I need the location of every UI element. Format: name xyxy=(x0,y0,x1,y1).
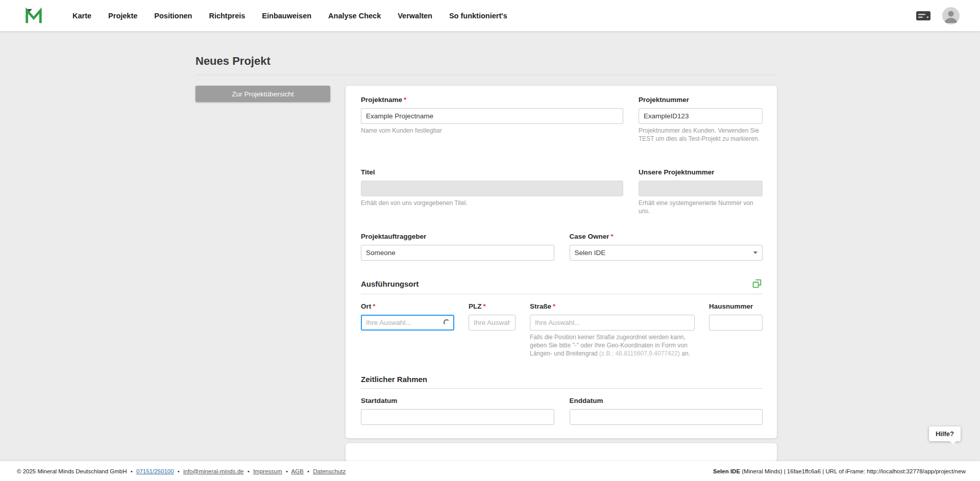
titel-input xyxy=(361,181,623,196)
projektnummer-label: Projektnummer xyxy=(639,96,763,104)
chevron-down-icon xyxy=(753,251,757,254)
strasse-field: Straße* Falls die Position keiner Straße… xyxy=(530,302,695,358)
hausnummer-label: Hausnummer xyxy=(709,302,763,310)
projektauftraggeber-label: Projektauftraggeber xyxy=(361,233,554,240)
left-column: Zur Projektübersicht xyxy=(195,86,346,102)
ort-input[interactable] xyxy=(361,315,454,331)
footer-agb-link[interactable]: AGB xyxy=(291,468,304,474)
footer-separator: • xyxy=(131,468,133,474)
help-button[interactable]: Hilfe? xyxy=(929,426,961,441)
projektauftraggeber-field: Projektauftraggeber xyxy=(361,233,554,261)
footer-separator: • xyxy=(178,468,180,474)
footer-session-details: (Mineral Minds) | 16fae1ffc6a6 | URL of … xyxy=(740,468,966,474)
case-owner-label: Case Owner* xyxy=(570,233,763,240)
projektauftraggeber-input[interactable] xyxy=(361,245,554,261)
projektnummer-helper: Projektnummer des Kunden. Verwenden Sie … xyxy=(639,127,763,143)
case-owner-select[interactable]: Selen IDE xyxy=(570,245,763,261)
server-icon[interactable] xyxy=(916,10,931,21)
case-owner-field: Case Owner* Selen IDE xyxy=(570,233,763,261)
nav-item-so-funktionierts[interactable]: So funktioniert's xyxy=(449,12,507,20)
required-asterisk: * xyxy=(611,233,614,240)
section-zeitlicher-rahmen-title: Zeitlicher Rahmen xyxy=(361,375,427,384)
ort-label: Ort* xyxy=(361,302,454,310)
person-icon xyxy=(942,7,960,24)
footer-separator: • xyxy=(286,468,288,474)
projektnummer-input[interactable] xyxy=(639,108,763,124)
footer-email-link[interactable]: info@mineral-minds.de xyxy=(183,468,243,474)
nav-item-verwalten[interactable]: Verwalten xyxy=(398,12,432,20)
startdatum-input[interactable] xyxy=(361,409,554,425)
main-content: Neues Projekt Zur Projektübersicht Proje… xyxy=(195,31,777,462)
ort-field: Ort* xyxy=(361,302,454,358)
nav-item-analyse-check[interactable]: Analyse Check xyxy=(328,12,381,20)
next-card-partial xyxy=(346,443,777,462)
required-asterisk: * xyxy=(404,96,406,104)
new-project-form-card: Projektname* Name vom Kunden festlegbar … xyxy=(346,86,777,438)
enddatum-label: Enddatum xyxy=(570,397,763,404)
required-asterisk: * xyxy=(483,302,486,310)
user-avatar[interactable] xyxy=(942,7,960,24)
nav-item-richtpreis[interactable]: Richtpreis xyxy=(209,12,245,20)
copyright-text: © 2025 Mineral Minds Deutschland GmbH xyxy=(17,468,127,474)
footer-phone-link[interactable]: 07151/250100 xyxy=(136,468,174,474)
titel-helper: Erhält den von uns vorgegebenen Titel. xyxy=(361,199,623,208)
unsere-projektnummer-helper: Erhält eine systemgenerierte Nummer von … xyxy=(639,199,763,215)
strasse-helper: Falls die Position keiner Straße zugeord… xyxy=(530,334,695,358)
brand-logo[interactable] xyxy=(24,6,44,26)
footer: © 2025 Mineral Minds Deutschland GmbH • … xyxy=(0,461,980,481)
unsere-projektnummer-input xyxy=(639,181,763,196)
plz-field: PLZ* xyxy=(469,302,516,358)
loading-spinner-icon xyxy=(444,319,450,325)
section-divider xyxy=(361,388,763,389)
startdatum-field: Startdatum xyxy=(361,397,554,425)
footer-separator: • xyxy=(307,468,309,474)
hausnummer-input[interactable] xyxy=(709,315,763,331)
titel-label: Titel xyxy=(361,168,623,176)
footer-left: © 2025 Mineral Minds Deutschland GmbH • … xyxy=(17,468,346,474)
footer-datenschutz-link[interactable]: Datenschutz xyxy=(313,468,346,474)
nav-item-positionen[interactable]: Positionen xyxy=(154,12,192,20)
strasse-label: Straße* xyxy=(530,302,695,310)
section-ausfuehrungsort-title: Ausführungsort xyxy=(361,280,419,288)
page-title: Neues Projekt xyxy=(195,55,777,68)
footer-separator: • xyxy=(248,468,250,474)
projektnummer-field: Projektnummer Projektnummer des Kunden. … xyxy=(639,96,763,143)
plz-label: PLZ* xyxy=(469,302,516,310)
nav-item-karte[interactable]: Karte xyxy=(72,12,91,20)
titel-field: Titel Erhält den von uns vorgegebenen Ti… xyxy=(361,168,623,215)
footer-session-info: Selen IDE (Mineral Minds) | 16fae1ffc6a6… xyxy=(713,468,966,474)
projektname-input[interactable] xyxy=(361,108,623,124)
projektname-label: Projektname* xyxy=(361,96,623,104)
project-overview-button[interactable]: Zur Projektübersicht xyxy=(195,86,330,102)
nav-item-einbauweisen[interactable]: Einbauweisen xyxy=(262,12,311,20)
footer-impressum-link[interactable]: Impressum xyxy=(253,468,282,474)
startdatum-label: Startdatum xyxy=(361,397,554,404)
enddatum-input[interactable] xyxy=(570,409,763,425)
top-navbar: Karte Projekte Positionen Richtpreis Ein… xyxy=(0,0,980,31)
projektname-helper: Name vom Kunden festlegbar xyxy=(361,127,623,135)
form-column: Projektname* Name vom Kunden festlegbar … xyxy=(346,86,777,462)
required-asterisk: * xyxy=(373,302,375,310)
navbar-right xyxy=(916,7,960,24)
case-owner-value: Selen IDE xyxy=(575,249,606,257)
strasse-input[interactable] xyxy=(530,315,695,331)
unsere-projektnummer-label: Unsere Projektnummer xyxy=(639,168,763,176)
unsere-projektnummer-field: Unsere Projektnummer Erhält eine systemg… xyxy=(639,168,763,215)
section-divider xyxy=(361,294,763,294)
hausnummer-field: Hausnummer xyxy=(709,302,763,358)
copy-location-button[interactable] xyxy=(751,278,763,289)
plz-input[interactable] xyxy=(469,315,516,331)
required-asterisk: * xyxy=(553,302,555,310)
mineral-minds-logo-icon xyxy=(24,6,43,26)
nav-item-projekte[interactable]: Projekte xyxy=(108,12,137,20)
footer-user-name: Selen IDE xyxy=(713,468,740,474)
copy-icon xyxy=(751,278,763,289)
main-nav: Karte Projekte Positionen Richtpreis Ein… xyxy=(72,12,507,20)
enddatum-field: Enddatum xyxy=(570,397,763,425)
projektname-field: Projektname* Name vom Kunden festlegbar xyxy=(361,96,623,143)
title-divider xyxy=(195,74,777,75)
